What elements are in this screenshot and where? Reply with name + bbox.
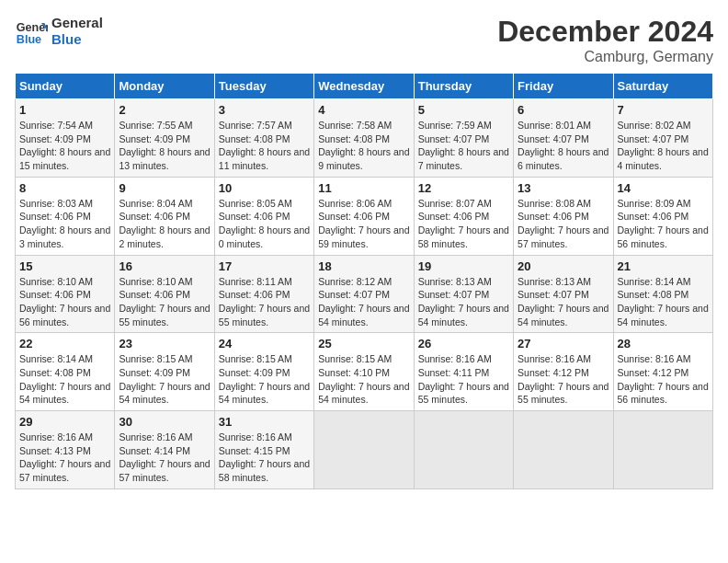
calendar-day-25: 25Sunrise: 8:15 AM Sunset: 4:10 PM Dayli…: [314, 333, 414, 411]
day-number: 29: [19, 415, 110, 429]
day-detail: Sunrise: 8:10 AM Sunset: 4:06 PM Dayligh…: [119, 275, 210, 329]
day-detail: Sunrise: 8:07 AM Sunset: 4:06 PM Dayligh…: [418, 197, 509, 251]
calendar-day-16: 16Sunrise: 8:10 AM Sunset: 4:06 PM Dayli…: [115, 255, 214, 333]
empty-cell: [314, 411, 414, 489]
day-detail: Sunrise: 8:02 AM Sunset: 4:07 PM Dayligh…: [618, 119, 709, 173]
day-number: 11: [318, 181, 409, 195]
weekday-header-thursday: Thursday: [414, 74, 513, 99]
calendar-subtitle: Camburg, Germany: [497, 49, 713, 65]
day-number: 30: [119, 415, 210, 429]
day-number: 6: [518, 103, 609, 117]
day-detail: Sunrise: 8:01 AM Sunset: 4:07 PM Dayligh…: [518, 119, 609, 173]
calendar-day-9: 9Sunrise: 8:04 AM Sunset: 4:06 PM Daylig…: [115, 177, 214, 255]
day-detail: Sunrise: 8:16 AM Sunset: 4:15 PM Dayligh…: [219, 431, 310, 485]
day-number: 13: [518, 181, 609, 195]
weekday-header-tuesday: Tuesday: [214, 74, 313, 99]
day-detail: Sunrise: 8:15 AM Sunset: 4:10 PM Dayligh…: [318, 352, 409, 407]
day-detail: Sunrise: 8:09 AM Sunset: 4:06 PM Dayligh…: [618, 197, 709, 251]
header: General Blue General Blue December 2024 …: [15, 15, 713, 65]
calendar-day-4: 4Sunrise: 7:58 AM Sunset: 4:08 PM Daylig…: [314, 99, 414, 178]
calendar-day-29: 29Sunrise: 8:16 AM Sunset: 4:13 PM Dayli…: [16, 411, 115, 489]
day-number: 16: [119, 259, 210, 273]
day-detail: Sunrise: 7:54 AM Sunset: 4:09 PM Dayligh…: [19, 119, 110, 173]
day-number: 28: [618, 337, 709, 350]
calendar-day-31: 31Sunrise: 8:16 AM Sunset: 4:15 PM Dayli…: [214, 411, 313, 489]
day-number: 20: [518, 259, 609, 273]
day-detail: Sunrise: 7:55 AM Sunset: 4:09 PM Dayligh…: [119, 119, 210, 173]
day-detail: Sunrise: 8:15 AM Sunset: 4:09 PM Dayligh…: [219, 352, 310, 407]
day-number: 4: [318, 103, 409, 117]
calendar-day-8: 8Sunrise: 8:03 AM Sunset: 4:06 PM Daylig…: [16, 177, 115, 255]
day-detail: Sunrise: 8:16 AM Sunset: 4:13 PM Dayligh…: [19, 431, 110, 485]
day-number: 27: [518, 337, 609, 350]
empty-cell: [514, 411, 613, 489]
day-detail: Sunrise: 8:11 AM Sunset: 4:06 PM Dayligh…: [219, 275, 310, 329]
weekday-header-wednesday: Wednesday: [314, 74, 414, 99]
day-detail: Sunrise: 8:08 AM Sunset: 4:06 PM Dayligh…: [518, 197, 609, 251]
day-detail: Sunrise: 8:04 AM Sunset: 4:06 PM Dayligh…: [119, 197, 210, 251]
calendar-day-18: 18Sunrise: 8:12 AM Sunset: 4:07 PM Dayli…: [314, 255, 414, 333]
logo-blue: Blue: [51, 31, 103, 48]
day-number: 5: [418, 103, 509, 117]
title-area: December 2024 Camburg, Germany: [497, 15, 713, 65]
day-detail: Sunrise: 8:16 AM Sunset: 4:12 PM Dayligh…: [618, 352, 709, 407]
day-number: 14: [618, 181, 709, 195]
calendar-day-7: 7Sunrise: 8:02 AM Sunset: 4:07 PM Daylig…: [613, 99, 712, 178]
calendar-day-23: 23Sunrise: 8:15 AM Sunset: 4:09 PM Dayli…: [115, 333, 214, 411]
day-number: 25: [318, 337, 409, 350]
logo-general: General: [51, 15, 103, 31]
day-number: 8: [19, 181, 110, 195]
calendar-table: SundayMondayTuesdayWednesdayThursdayFrid…: [15, 73, 713, 489]
calendar-day-24: 24Sunrise: 8:15 AM Sunset: 4:09 PM Dayli…: [214, 333, 313, 411]
day-number: 12: [418, 181, 509, 195]
day-detail: Sunrise: 7:59 AM Sunset: 4:07 PM Dayligh…: [418, 119, 509, 173]
day-detail: Sunrise: 8:16 AM Sunset: 4:11 PM Dayligh…: [418, 352, 509, 407]
day-number: 24: [219, 337, 310, 350]
calendar-day-30: 30Sunrise: 8:16 AM Sunset: 4:14 PM Dayli…: [115, 411, 214, 489]
calendar-day-22: 22Sunrise: 8:14 AM Sunset: 4:08 PM Dayli…: [16, 333, 115, 411]
day-number: 19: [418, 259, 509, 273]
day-number: 10: [219, 181, 310, 195]
calendar-day-6: 6Sunrise: 8:01 AM Sunset: 4:07 PM Daylig…: [514, 99, 613, 178]
calendar-day-15: 15Sunrise: 8:10 AM Sunset: 4:06 PM Dayli…: [16, 255, 115, 333]
calendar-day-5: 5Sunrise: 7:59 AM Sunset: 4:07 PM Daylig…: [414, 99, 513, 178]
calendar-day-13: 13Sunrise: 8:08 AM Sunset: 4:06 PM Dayli…: [514, 177, 613, 255]
calendar-day-27: 27Sunrise: 8:16 AM Sunset: 4:12 PM Dayli…: [514, 333, 613, 411]
empty-cell: [613, 411, 712, 489]
calendar-day-14: 14Sunrise: 8:09 AM Sunset: 4:06 PM Dayli…: [613, 177, 712, 255]
day-number: 21: [618, 259, 709, 273]
calendar-day-17: 17Sunrise: 8:11 AM Sunset: 4:06 PM Dayli…: [214, 255, 313, 333]
day-detail: Sunrise: 8:03 AM Sunset: 4:06 PM Dayligh…: [19, 197, 110, 251]
day-detail: Sunrise: 7:57 AM Sunset: 4:08 PM Dayligh…: [219, 119, 310, 173]
calendar-day-12: 12Sunrise: 8:07 AM Sunset: 4:06 PM Dayli…: [414, 177, 513, 255]
day-number: 17: [219, 259, 310, 273]
logo-icon: General Blue: [15, 15, 48, 48]
logo: General Blue General Blue: [15, 15, 103, 48]
weekday-header-sunday: Sunday: [16, 74, 115, 99]
calendar-day-26: 26Sunrise: 8:16 AM Sunset: 4:11 PM Dayli…: [414, 333, 513, 411]
day-detail: Sunrise: 8:16 AM Sunset: 4:12 PM Dayligh…: [518, 352, 609, 407]
day-number: 7: [618, 103, 709, 117]
day-number: 23: [119, 337, 210, 350]
calendar-title: December 2024: [497, 15, 713, 49]
calendar-day-11: 11Sunrise: 8:06 AM Sunset: 4:06 PM Dayli…: [314, 177, 414, 255]
calendar-day-28: 28Sunrise: 8:16 AM Sunset: 4:12 PM Dayli…: [613, 333, 712, 411]
day-detail: Sunrise: 8:10 AM Sunset: 4:06 PM Dayligh…: [19, 275, 110, 329]
day-detail: Sunrise: 8:12 AM Sunset: 4:07 PM Dayligh…: [318, 275, 409, 329]
day-detail: Sunrise: 8:14 AM Sunset: 4:08 PM Dayligh…: [19, 352, 110, 407]
weekday-header-saturday: Saturday: [613, 74, 712, 99]
day-number: 15: [19, 259, 110, 273]
calendar-day-3: 3Sunrise: 7:57 AM Sunset: 4:08 PM Daylig…: [214, 99, 313, 178]
day-detail: Sunrise: 8:15 AM Sunset: 4:09 PM Dayligh…: [119, 352, 210, 407]
calendar-day-1: 1Sunrise: 7:54 AM Sunset: 4:09 PM Daylig…: [16, 99, 115, 178]
day-number: 3: [219, 103, 310, 117]
calendar-day-10: 10Sunrise: 8:05 AM Sunset: 4:06 PM Dayli…: [214, 177, 313, 255]
day-number: 31: [219, 415, 310, 429]
day-detail: Sunrise: 8:06 AM Sunset: 4:06 PM Dayligh…: [318, 197, 409, 251]
day-number: 26: [418, 337, 509, 350]
day-detail: Sunrise: 8:16 AM Sunset: 4:14 PM Dayligh…: [119, 431, 210, 485]
calendar-day-19: 19Sunrise: 8:13 AM Sunset: 4:07 PM Dayli…: [414, 255, 513, 333]
day-detail: Sunrise: 8:13 AM Sunset: 4:07 PM Dayligh…: [418, 275, 509, 329]
calendar-day-2: 2Sunrise: 7:55 AM Sunset: 4:09 PM Daylig…: [115, 99, 214, 178]
day-number: 9: [119, 181, 210, 195]
